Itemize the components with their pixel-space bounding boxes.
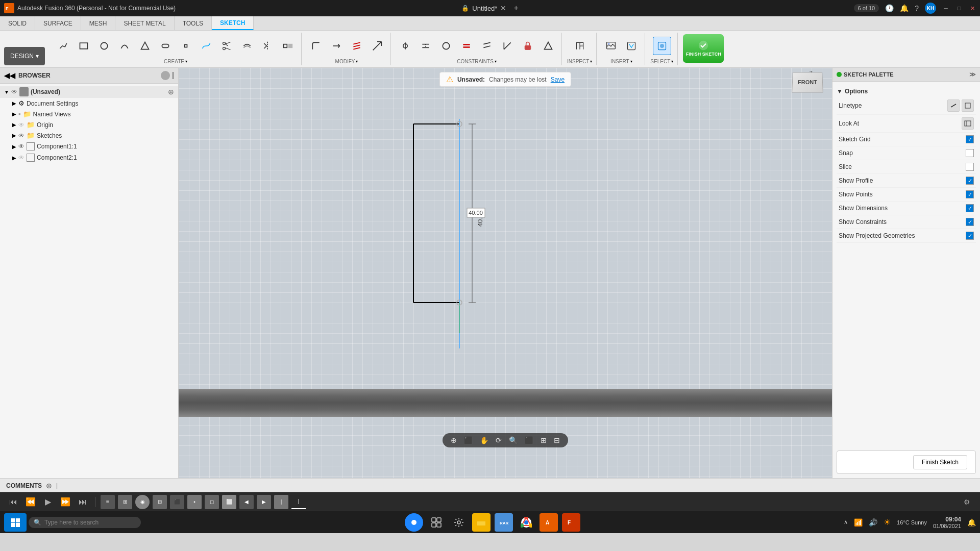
- taskbar-cortana[interactable]: [405, 513, 423, 532]
- doc-settings-expand[interactable]: ▶: [12, 101, 16, 106]
- minimize-button[interactable]: ─: [942, 5, 949, 12]
- horizontal-tool[interactable]: [437, 37, 455, 55]
- sketches-expand[interactable]: ▶: [12, 133, 16, 138]
- tab-solid[interactable]: SOLID: [0, 16, 35, 30]
- timeline-skip-end[interactable]: ⏭: [76, 495, 90, 509]
- rotate-btn[interactable]: ⟳: [494, 435, 504, 445]
- design-button[interactable]: DESIGN ▾: [4, 47, 45, 65]
- linetype-btn2[interactable]: [962, 99, 974, 112]
- line-tool[interactable]: [54, 37, 72, 55]
- timeline-settings-icon[interactable]: ⚙: [960, 495, 974, 509]
- origin-eye-icon[interactable]: 👁: [18, 121, 24, 129]
- view-cube[interactable]: Z FRONT: [787, 72, 828, 113]
- close-tab-icon[interactable]: ✕: [500, 4, 506, 12]
- clock-display[interactable]: 09:04 01/08/2021: [933, 516, 961, 529]
- tab-mesh[interactable]: MESH: [81, 16, 116, 30]
- linetype-btn1[interactable]: [947, 99, 960, 112]
- slice-checkbox[interactable]: [966, 163, 974, 171]
- save-button[interactable]: Save: [551, 76, 565, 83]
- taskbar-task-view[interactable]: [427, 513, 446, 532]
- perpendicular-tool[interactable]: [498, 37, 517, 55]
- palette-options-title[interactable]: ▼ Options: [837, 86, 976, 97]
- camera-btn[interactable]: ⬛: [462, 435, 475, 445]
- browser-item-named-views[interactable]: ▶ ▪ 📁 Named Views: [0, 109, 178, 119]
- volume-icon[interactable]: 🔊: [869, 518, 877, 527]
- tab-tools[interactable]: TOOLS: [175, 16, 212, 30]
- timeline-icon-2[interactable]: ⊞: [118, 495, 132, 509]
- taskbar-search-bar[interactable]: 🔍 Type here to search: [29, 517, 141, 528]
- browser-collapse-icon[interactable]: ◀◀: [4, 71, 15, 80]
- sketch-grid-checkbox[interactable]: ✓: [966, 135, 974, 143]
- tangent-tool[interactable]: [539, 37, 557, 55]
- polygon-tool[interactable]: [136, 37, 154, 55]
- zoom-btn[interactable]: 🔍: [507, 435, 520, 445]
- point-tool[interactable]: [177, 37, 195, 55]
- browser-options-icon[interactable]: |: [172, 71, 174, 80]
- timeline-icon-1[interactable]: ≡: [101, 495, 115, 509]
- browser-item-component1[interactable]: ▶ 👁 Component1:1: [0, 141, 178, 152]
- timeline-play[interactable]: ▶: [41, 495, 55, 509]
- browser-item-origin[interactable]: ▶ 👁 📁 Origin: [0, 119, 178, 130]
- show-constraints-checkbox[interactable]: ✓: [966, 218, 974, 226]
- coincident-tool[interactable]: [396, 37, 414, 55]
- taskbar-settings[interactable]: [450, 513, 468, 532]
- browser-pin-icon[interactable]: [161, 71, 170, 80]
- tab-title[interactable]: Untitled*: [472, 5, 497, 12]
- look-at-btn[interactable]: [962, 117, 974, 130]
- timeline-step-forward[interactable]: ⏩: [58, 495, 72, 509]
- pan-btn[interactable]: ✋: [478, 435, 491, 445]
- home-view-btn[interactable]: ⊕: [449, 435, 459, 445]
- browser-item-doc-settings[interactable]: ▶ ⚙ Document Settings: [0, 98, 178, 109]
- browser-item-sketches[interactable]: ▶ 👁 📁 Sketches: [0, 130, 178, 141]
- browser-item-root[interactable]: ▼ 👁 (Unsaved) ⊕: [0, 86, 178, 98]
- comments-add-icon[interactable]: ⊕: [46, 482, 52, 490]
- named-views-expand[interactable]: ▶: [12, 111, 16, 117]
- finish-sketch-button[interactable]: FINISH SKETCH: [683, 34, 724, 63]
- snap-checkbox[interactable]: [966, 149, 974, 157]
- component1-expand[interactable]: ▶: [12, 144, 16, 149]
- arc-tool[interactable]: [115, 37, 134, 55]
- pattern-tool[interactable]: [279, 37, 297, 55]
- show-profile-checkbox[interactable]: ✓: [966, 177, 974, 185]
- trim-tool[interactable]: [217, 37, 236, 55]
- comments-collapse-icon[interactable]: |: [56, 482, 58, 489]
- timeline-skip-start[interactable]: ⏮: [6, 495, 20, 509]
- rectangle-tool[interactable]: [75, 37, 93, 55]
- taskbar-fusion[interactable]: F: [562, 513, 580, 532]
- root-expand-arrow[interactable]: ▼: [4, 89, 9, 95]
- tab-sheetmetal[interactable]: SHEET METAL: [115, 16, 174, 30]
- taskbar-rar[interactable]: RAR: [495, 513, 513, 532]
- break-tool[interactable]: [348, 37, 366, 55]
- browser-item-component2[interactable]: ▶ 👁 Component2:1: [0, 152, 178, 163]
- insert-dxf-tool[interactable]: [622, 37, 641, 55]
- grid-btn[interactable]: ⊞: [538, 435, 549, 445]
- fillet-tool[interactable]: [307, 37, 325, 55]
- component2-eye-icon[interactable]: 👁: [18, 154, 24, 161]
- network-icon[interactable]: 📶: [854, 518, 863, 527]
- timeline-icon-11[interactable]: |: [274, 495, 288, 509]
- tab-surface[interactable]: SURFACE: [35, 16, 81, 30]
- show-projected-checkbox[interactable]: ✓: [966, 232, 974, 240]
- inspect-tool[interactable]: [571, 37, 589, 55]
- timeline-icon-6[interactable]: ▪: [187, 495, 202, 509]
- root-add-icon[interactable]: ⊕: [168, 88, 174, 96]
- origin-expand[interactable]: ▶: [12, 122, 16, 128]
- notification-icon[interactable]: 🔔: [900, 4, 909, 12]
- parallel-tool[interactable]: [478, 37, 496, 55]
- timeline-icon-9[interactable]: ◀: [239, 495, 254, 509]
- select-tool[interactable]: [653, 37, 671, 55]
- maximize-button[interactable]: □: [955, 5, 963, 12]
- slot-tool[interactable]: [156, 37, 175, 55]
- section-btn[interactable]: ⊟: [552, 435, 562, 445]
- timeline-icon-3[interactable]: ◉: [135, 495, 150, 509]
- circle-tool[interactable]: [95, 37, 113, 55]
- spline-tool[interactable]: [197, 37, 215, 55]
- timeline-step-back[interactable]: ⏪: [23, 495, 38, 509]
- taskbar-file-explorer[interactable]: [472, 513, 491, 532]
- timeline-icon-8[interactable]: ⬜: [222, 495, 236, 509]
- taskbar-chrome[interactable]: [517, 513, 535, 532]
- component1-eye-icon[interactable]: 👁: [18, 143, 24, 150]
- display-btn[interactable]: ⬛: [523, 435, 535, 445]
- taskbar-autodesk[interactable]: A: [540, 513, 558, 532]
- show-dimensions-checkbox[interactable]: ✓: [966, 204, 974, 212]
